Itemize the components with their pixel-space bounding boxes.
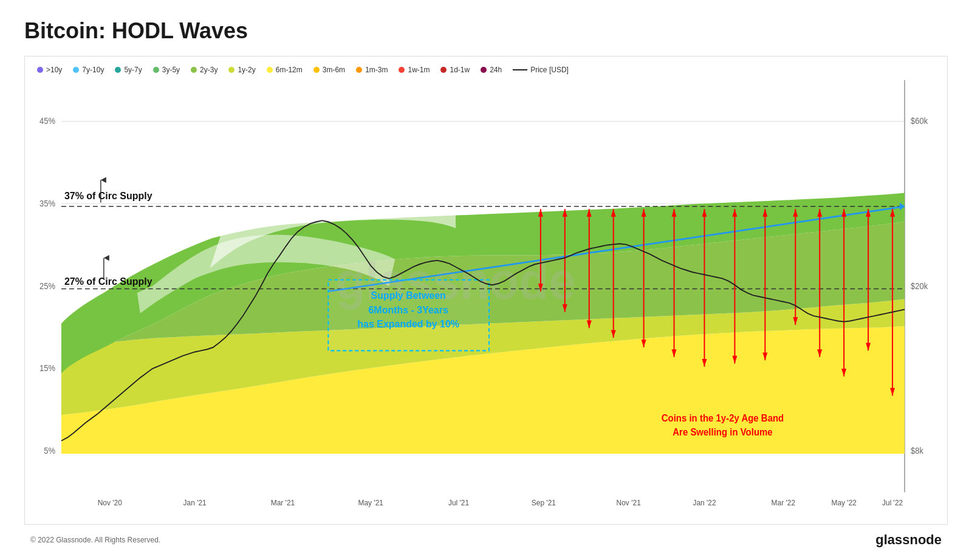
svg-text:Are Swelling in Volume: Are Swelling in Volume (673, 427, 773, 438)
svg-text:45%: 45% (39, 117, 55, 126)
svg-text:$20k: $20k (911, 281, 928, 290)
legend-dot-1d1w (440, 67, 447, 73)
svg-text:Sep '21: Sep '21 (532, 498, 556, 507)
svg-text:Nov '21: Nov '21 (617, 498, 641, 507)
legend-dot-24h (481, 67, 487, 73)
main-chart-svg: 5% 15% 25% 35% 45% $8k $20k $60k (31, 80, 941, 518)
legend-dot-6m12m (267, 67, 273, 73)
legend-item-1m3m: 1m-3m (356, 66, 388, 74)
legend-dot-1y2y (228, 67, 234, 73)
legend-dot-5y7y (115, 67, 121, 73)
legend-label-5y7y: 5y-7y (124, 66, 142, 74)
brand-name: glassnode (875, 532, 942, 548)
svg-text:Coins in the 1y-2y Age Band: Coins in the 1y-2y Age Band (662, 413, 784, 424)
svg-text:Nov '20: Nov '20 (98, 498, 122, 507)
legend-dot-7y10y (73, 67, 79, 73)
svg-text:Jan '21: Jan '21 (183, 498, 207, 507)
legend-item-24h: 24h (481, 66, 502, 74)
legend-label-3m6m: 3m-6m (323, 66, 345, 74)
svg-text:Supply Between: Supply Between (371, 290, 446, 301)
legend-item-2y3y: 2y-3y (191, 66, 217, 74)
legend-item-3m6m: 3m-6m (313, 66, 345, 74)
legend-label-1y2y: 1y-2y (238, 66, 255, 74)
svg-text:May '22: May '22 (831, 498, 857, 507)
svg-text:has Expanded by 10%: has Expanded by 10% (357, 318, 459, 330)
svg-text:$60k: $60k (911, 117, 928, 126)
copyright-text: © 2022 Glassnode. All Rights Reserved. (30, 536, 160, 544)
legend-item-1d1w: 1d-1w (440, 66, 470, 74)
legend-label-7y10y: 7y-10y (82, 66, 104, 74)
legend-dot-1w1m (399, 67, 405, 73)
legend-item-10y: >10y (37, 66, 62, 74)
svg-text:Jul '21: Jul '21 (448, 498, 469, 507)
legend-item-3y5y: 3y-5y (153, 66, 180, 74)
legend-label-1d1w: 1d-1w (450, 66, 470, 74)
chart-wrapper: >10y 7y-10y 5y-7y 3y-5y 2y-3y 1y-2y (24, 56, 948, 525)
legend-label-price: Price [USD] (530, 66, 569, 74)
svg-text:Jan '22: Jan '22 (693, 498, 716, 507)
svg-text:6Months - 3Years: 6Months - 3Years (368, 304, 448, 315)
legend-item-1w1m: 1w-1m (399, 66, 430, 74)
svg-text:35%: 35% (39, 199, 55, 208)
svg-text:Mar '21: Mar '21 (271, 498, 295, 507)
legend-item-price: Price [USD] (513, 66, 569, 74)
svg-text:25%: 25% (39, 281, 55, 290)
svg-text:5%: 5% (44, 446, 55, 456)
legend-dot-2y3y (191, 67, 197, 73)
legend-dot-1m3m (356, 67, 362, 73)
legend-item-1y2y: 1y-2y (228, 66, 255, 74)
footer: © 2022 Glassnode. All Rights Reserved. g… (24, 525, 948, 548)
legend-label-2y3y: 2y-3y (200, 66, 217, 74)
page-title: Bitcoin: HODL Waves (24, 18, 948, 44)
legend-item-6m12m: 6m-12m (267, 66, 303, 74)
legend-line-price (513, 69, 527, 70)
svg-text:Jul '22: Jul '22 (882, 498, 903, 507)
legend-dot-3m6m (313, 67, 320, 73)
legend-item-5y7y: 5y-7y (115, 66, 142, 74)
legend-label-1w1m: 1w-1m (408, 66, 430, 74)
legend-dot-3y5y (153, 67, 159, 73)
svg-text:27% of Circ Supply: 27% of Circ Supply (64, 276, 152, 287)
svg-text:May '21: May '21 (358, 498, 383, 507)
legend-dot-10y (37, 67, 43, 73)
legend-label-1m3m: 1m-3m (365, 66, 388, 74)
svg-text:Mar '22: Mar '22 (772, 498, 796, 507)
legend-label-10y: >10y (46, 66, 62, 74)
page-container: Bitcoin: HODL Waves >10y 7y-10y 5y-7y 3y… (0, 0, 972, 560)
legend-item-7y10y: 7y-10y (73, 66, 104, 74)
legend-label-6m12m: 6m-12m (276, 66, 303, 74)
legend-label-3y5y: 3y-5y (162, 66, 180, 74)
svg-text:37% of Circ Supply: 37% of Circ Supply (64, 190, 152, 202)
legend: >10y 7y-10y 5y-7y 3y-5y 2y-3y 1y-2y (25, 66, 947, 80)
svg-text:15%: 15% (39, 364, 55, 373)
svg-text:$8k: $8k (911, 446, 923, 456)
chart-area: 5% 15% 25% 35% 45% $8k $20k $60k (31, 80, 941, 518)
legend-label-24h: 24h (490, 66, 502, 74)
